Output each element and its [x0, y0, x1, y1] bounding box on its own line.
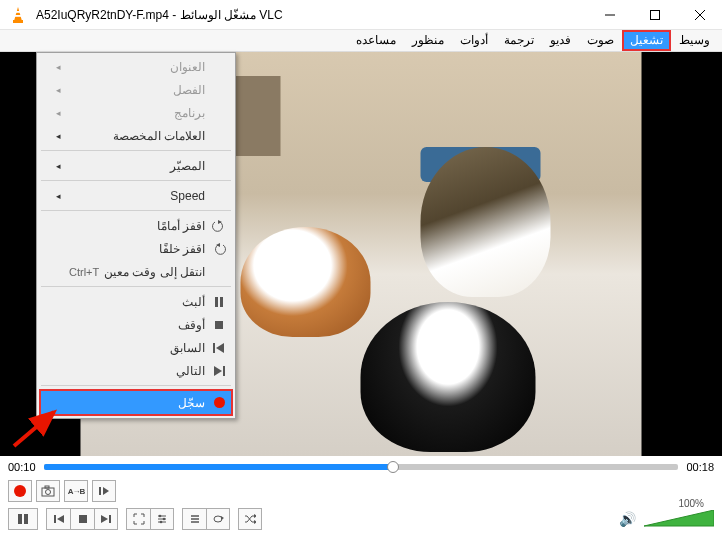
menu-shortcut: Ctrl+T [61, 266, 99, 278]
loop-ab-button[interactable]: A→B [64, 480, 88, 502]
menu-item-Speed[interactable]: Speed◂ [39, 184, 233, 207]
menu-تشغيل[interactable]: تشغيل [622, 30, 671, 51]
playback-menu-dropdown: العنوان◂الفصل◂برنامج◂العلامات المخصصة◂ال… [36, 52, 236, 419]
pause-button[interactable] [8, 508, 38, 530]
svg-rect-22 [99, 487, 101, 495]
menu-item-label: الفصل [61, 83, 209, 97]
menu-separator [41, 150, 231, 151]
menu-item-label: التالي [61, 364, 209, 378]
previous-button[interactable] [46, 508, 70, 530]
menu-item-انتقل إلى وقت معين[interactable]: انتقل إلى وقت معينCtrl+T [39, 260, 233, 283]
menu-item-label: برنامج [61, 106, 209, 120]
menu-مساعده[interactable]: مساعده [348, 30, 404, 51]
svg-marker-27 [57, 515, 64, 523]
menu-item-label: أوقف [61, 318, 209, 332]
svg-rect-5 [650, 10, 659, 19]
window-title: A52IuQRyR2tnDY-F.mp4 - مشغّل الوسائط VLC [36, 8, 587, 22]
jump-back-icon [209, 243, 229, 255]
menu-item-label: اقفز خلفًا [61, 242, 209, 256]
svg-marker-23 [103, 487, 109, 495]
time-total: 00:18 [686, 461, 714, 473]
menu-separator [41, 286, 231, 287]
snapshot-button[interactable] [36, 480, 60, 502]
svg-rect-10 [215, 297, 218, 307]
svg-point-35 [163, 518, 166, 521]
menu-item-ألبث[interactable]: ألبث [39, 290, 233, 313]
menu-item-برنامج: برنامج◂ [39, 101, 233, 124]
playlist-button[interactable] [182, 508, 206, 530]
fullscreen-button[interactable] [126, 508, 150, 530]
menu-فديو[interactable]: فديو [542, 30, 579, 51]
svg-line-18 [14, 412, 54, 446]
jump-forward-icon [209, 220, 229, 232]
submenu-arrow-icon: ◂ [49, 161, 61, 171]
svg-rect-30 [109, 515, 111, 523]
menu-item-label: العلامات المخصصة [61, 129, 209, 143]
seek-slider[interactable] [44, 460, 679, 474]
record-icon [209, 397, 229, 408]
svg-marker-15 [214, 366, 222, 376]
volume-percent: 100% [678, 498, 704, 509]
svg-rect-12 [215, 321, 223, 329]
close-button[interactable] [677, 0, 722, 29]
menu-item-العلامات المخصصة[interactable]: العلامات المخصصة◂ [39, 124, 233, 147]
menu-item-label: اقفز أمامًا [61, 219, 209, 233]
svg-marker-40 [221, 516, 224, 520]
menu-item-المصيّر[interactable]: المصيّر◂ [39, 154, 233, 177]
menu-أدوات[interactable]: أدوات [452, 30, 496, 51]
menu-item-العنوان: العنوان◂ [39, 55, 233, 78]
svg-rect-2 [16, 11, 21, 13]
menu-وسيط[interactable]: وسيط [671, 30, 718, 51]
menu-ترجمة[interactable]: ترجمة [496, 30, 542, 51]
menu-item-label: العنوان [61, 60, 209, 74]
menu-item-label: انتقل إلى وقت معين [99, 265, 209, 279]
vlc-cone-icon [8, 5, 28, 25]
svg-rect-26 [54, 515, 56, 523]
svg-marker-42 [254, 520, 256, 524]
maximize-button[interactable] [632, 0, 677, 29]
svg-marker-43 [644, 510, 714, 526]
minimize-button[interactable] [587, 0, 632, 29]
svg-marker-0 [14, 7, 22, 21]
svg-marker-41 [254, 514, 256, 518]
menu-item-label: السابق [61, 341, 209, 355]
menu-separator [41, 210, 231, 211]
menu-item-اقفز خلفًا[interactable]: اقفز خلفًا [39, 237, 233, 260]
menu-item-السابق[interactable]: السابق [39, 336, 233, 359]
svg-rect-16 [223, 366, 225, 376]
next-button[interactable] [94, 508, 118, 530]
pause-icon [209, 297, 229, 307]
svg-rect-21 [45, 486, 49, 488]
record-button[interactable] [8, 480, 32, 502]
menu-item-اقفز أمامًا[interactable]: اقفز أمامًا [39, 214, 233, 237]
toolbar-row-1: A→B [0, 478, 722, 504]
menu-item-التالي[interactable]: التالي [39, 359, 233, 382]
frame-step-button[interactable] [92, 480, 116, 502]
svg-rect-11 [220, 297, 223, 307]
svg-rect-1 [13, 20, 23, 23]
prev-icon [209, 343, 229, 353]
svg-point-34 [159, 515, 162, 518]
menu-item-label: المصيّر [61, 159, 209, 173]
shuffle-button[interactable] [238, 508, 262, 530]
menu-item-أوقف[interactable]: أوقف [39, 313, 233, 336]
submenu-arrow-icon: ◂ [49, 191, 61, 201]
speaker-icon[interactable]: 🔊 [619, 511, 636, 527]
loop-button[interactable] [206, 508, 230, 530]
svg-point-36 [160, 521, 163, 524]
svg-rect-24 [18, 514, 22, 524]
svg-rect-13 [213, 343, 215, 353]
stop-button[interactable] [70, 508, 94, 530]
window-titlebar: A52IuQRyR2tnDY-F.mp4 - مشغّل الوسائط VLC [0, 0, 722, 30]
time-elapsed: 00:10 [8, 461, 36, 473]
menu-منظور[interactable]: منظور [404, 30, 452, 51]
menu-item-الفصل: الفصل◂ [39, 78, 233, 101]
menu-item-سجّل[interactable]: سجّل [39, 389, 233, 416]
menu-صوت[interactable]: صوت [579, 30, 622, 51]
menu-separator [41, 385, 231, 386]
volume-slider[interactable] [644, 510, 714, 528]
extended-settings-button[interactable] [150, 508, 174, 530]
stop-icon [209, 320, 229, 330]
svg-rect-28 [79, 515, 87, 523]
next-icon [209, 366, 229, 376]
